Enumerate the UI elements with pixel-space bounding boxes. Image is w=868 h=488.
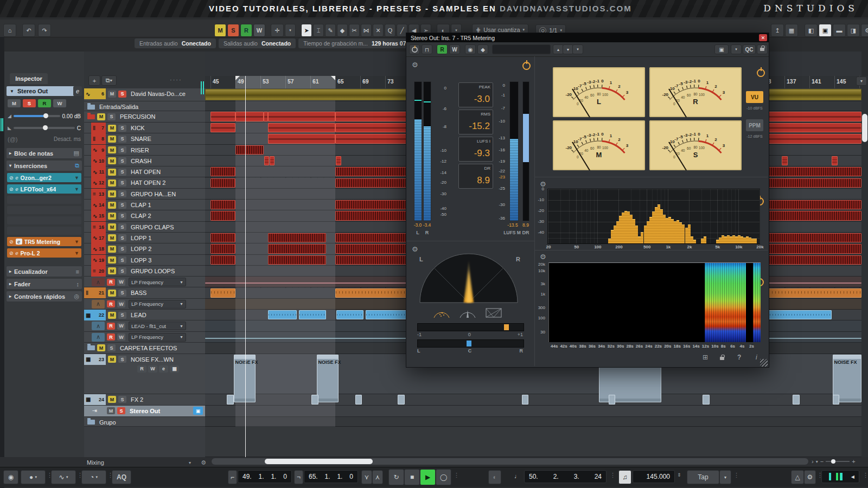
export-button[interactable]: ↥ — [771, 24, 784, 37]
clip[interactable] — [210, 200, 235, 209]
track-solo-button[interactable]: S — [118, 213, 126, 220]
goto-right-locator-button[interactable]: ¬ — [294, 470, 303, 484]
track-row[interactable]: ≡20MSGRUPO LOOPS — [84, 266, 205, 277]
right-zone-button[interactable]: ◨ — [847, 24, 860, 37]
edit-icon[interactable]: e — [16, 187, 18, 192]
track-row[interactable]: ∿19MSLOPP 3 — [84, 255, 205, 266]
channel-edit-button[interactable]: e — [73, 86, 82, 96]
clip[interactable]: NOISE FX — [317, 355, 339, 402]
clip[interactable] — [210, 123, 235, 132]
track-color-zone[interactable]: ∿12 — [91, 177, 106, 188]
zoom-out-icon[interactable]: − — [820, 458, 824, 465]
copy-ab-button[interactable]: ◆ — [477, 44, 488, 54]
automation-param-select[interactable]: LP Frequency▼ — [129, 278, 186, 286]
hscroll-thumb[interactable] — [265, 459, 373, 464]
plugin-bypass-button[interactable]: ⊓ — [422, 44, 432, 54]
track-mute-button[interactable]: M — [108, 290, 116, 297]
read-automation-button[interactable]: R — [437, 44, 448, 54]
stop-button[interactable]: ■ — [404, 469, 420, 485]
clip[interactable] — [268, 255, 326, 265]
insert-slot[interactable]: ⊘eLFOTool_x64▼ — [7, 184, 81, 194]
metronome-button[interactable]: △ — [791, 470, 804, 484]
plugin-title[interactable]: Stereo Out: Ins. 7 - TR5 Metering — [406, 33, 769, 42]
track-row[interactable]: ∿6MSDavid Navas-Do...ce — [84, 88, 205, 101]
section-eq[interactable]: ▸Ecualizador≡ — [7, 266, 82, 277]
goto-left-locator-button[interactable]: ⌐ — [228, 470, 237, 484]
track-row[interactable]: ▦24MSFX 2 — [84, 394, 205, 406]
lower-zone-button[interactable]: ▬ — [833, 24, 846, 37]
help-icon[interactable]: ? — [737, 354, 741, 361]
edit-icon[interactable]: e — [16, 239, 22, 245]
track-sub-button-w[interactable]: W — [148, 365, 157, 373]
track-mute-button[interactable]: M — [108, 223, 116, 230]
section-notepad[interactable]: ▸Bloc de notas▤ — [7, 148, 82, 158]
close-icon[interactable]: ✕ — [759, 34, 767, 41]
insert-slot-empty[interactable] — [7, 216, 81, 224]
preset-prev-icon[interactable]: ▲ — [553, 44, 564, 54]
track-solo-button[interactable]: S — [118, 223, 126, 230]
track-solo-button[interactable]: S — [107, 113, 116, 120]
track-solo-button[interactable]: S — [118, 396, 126, 403]
track-color-zone[interactable]: ∿18 — [91, 243, 106, 254]
scroll-right-icon[interactable]: › — [812, 458, 814, 465]
add-track-button[interactable]: + — [88, 75, 100, 86]
clip[interactable] — [335, 255, 410, 265]
track-row[interactable]: ‖21MSBASS — [84, 287, 205, 298]
vu-mode-button[interactable]: VU — [746, 91, 763, 103]
clip[interactable] — [366, 310, 409, 319]
track-color-zone[interactable]: ▦23 — [84, 354, 106, 365]
power-icon[interactable] — [757, 69, 765, 77]
inspector-m-button[interactable]: M — [8, 99, 21, 107]
track-row[interactable]: ∿9MSRISER — [84, 145, 205, 156]
zoom-slider[interactable] — [826, 461, 850, 462]
zone-settings-button[interactable]: ⚙ — [861, 24, 868, 37]
track-write-button[interactable]: W — [117, 300, 125, 307]
global-w-button[interactable]: W — [253, 24, 265, 37]
metronome-settings-button[interactable]: ⚙ — [804, 470, 816, 484]
clip[interactable] — [227, 395, 234, 404]
clip[interactable] — [336, 310, 363, 319]
preroll-button[interactable]: ◐ — [488, 470, 501, 484]
plugin-window[interactable]: Stereo Out: Ins. 7 - TR5 Metering ✕ ⊓ R … — [406, 33, 769, 368]
track-mute-button[interactable]: M — [108, 256, 116, 264]
track-solo-button[interactable]: S — [118, 256, 126, 264]
track-row[interactable]: ⇥MSStereo Out▣ — [84, 406, 205, 417]
clip[interactable] — [335, 233, 410, 242]
lock-icon[interactable] — [757, 44, 768, 54]
track-solo-button[interactable]: S — [118, 179, 126, 187]
clip[interactable] — [268, 310, 297, 319]
preset-next-icon[interactable]: ▼ — [563, 44, 573, 54]
track-solo-button[interactable]: S — [118, 125, 126, 132]
punch-out-button[interactable]: ⋏ — [372, 470, 383, 484]
clip[interactable] — [335, 123, 410, 132]
track-solo-button[interactable]: S — [118, 136, 126, 143]
track-row[interactable]: Grupo — [84, 417, 205, 427]
clip[interactable] — [335, 167, 410, 176]
track-sub-button-r[interactable]: R — [137, 365, 146, 373]
undo-button[interactable]: ↶ — [22, 24, 35, 37]
clip[interactable] — [335, 288, 410, 298]
tempo-spin-icon[interactable]: ⇕ — [677, 472, 681, 478]
folder-icon[interactable] — [87, 420, 95, 425]
clip[interactable] — [335, 244, 410, 253]
insert-slot[interactable]: ⊘eTR5 Metering▼ — [7, 237, 81, 246]
chevron-down-icon[interactable]: ▼ — [74, 175, 79, 181]
qc-button[interactable]: QC — [743, 44, 756, 54]
clip[interactable] — [268, 233, 326, 242]
chevron-down-icon[interactable]: ▾ — [816, 459, 818, 464]
track-mute-button[interactable]: M — [108, 190, 116, 197]
bypass-icon[interactable]: ⊘ — [9, 239, 14, 245]
clip[interactable] — [336, 156, 341, 165]
track-row[interactable]: MSCARPETA EFECTOS — [84, 343, 205, 354]
track-row[interactable]: ∿15MSCLAP 2 — [84, 210, 205, 221]
track-row[interactable]: ≡13MSGRUPO HA...EN — [84, 189, 205, 200]
track-row[interactable]: ▦23MSNOISE FX...WNRWe▦ — [84, 354, 205, 394]
needle-mode-icon[interactable] — [457, 307, 478, 319]
drag-handle[interactable]: ···· — [170, 76, 182, 83]
playhead[interactable] — [245, 76, 246, 457]
folder-icon[interactable] — [87, 345, 95, 350]
track-row[interactable]: ∧RWLP Frequency▼ — [84, 277, 205, 287]
track-color-zone[interactable]: ‖8 — [91, 133, 106, 144]
track-row[interactable]: ∿14MSCLAP 1 — [84, 200, 205, 210]
clip[interactable] — [268, 123, 335, 132]
